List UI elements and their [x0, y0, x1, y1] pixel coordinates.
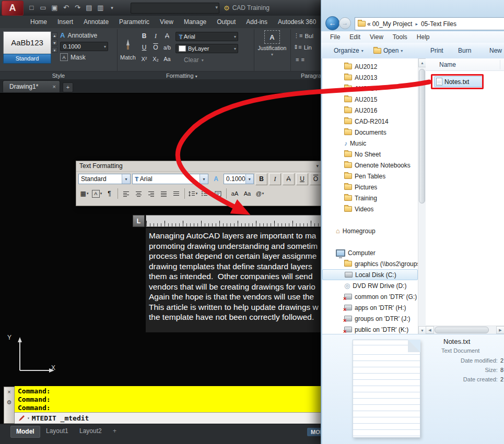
text-formatting-title[interactable]: Text Formatting ▾ [76, 161, 322, 172]
back-button[interactable]: ← [325, 16, 339, 30]
tree-item-computer[interactable]: Computer [322, 247, 418, 258]
paragraph-button[interactable]: ¶ [103, 188, 115, 199]
tree-item-documents[interactable]: Documents [322, 127, 418, 138]
superscript-button[interactable]: X² [139, 54, 149, 64]
tab-layout1[interactable]: Layout1 [41, 426, 74, 437]
font-combo[interactable]: T Arial ▾ [175, 32, 238, 41]
tree-item-au2015[interactable]: AU2015 [322, 94, 418, 105]
columns-button[interactable]: ▦▾ [78, 188, 90, 199]
stack-button[interactable]: a/b [162, 42, 172, 53]
column-header-name[interactable]: Name [426, 58, 504, 71]
paragraph-panel-label[interactable]: Paragra [301, 71, 321, 80]
menu-tools[interactable]: Tools [388, 33, 412, 41]
print-button[interactable]: Print [430, 43, 443, 58]
close-icon[interactable]: × [7, 389, 10, 395]
breadcrumb-item[interactable]: 00_My Project [372, 20, 413, 28]
ribbon-tab-parametric[interactable]: Parametric [114, 16, 155, 28]
symbol-button[interactable]: @▾ [254, 188, 266, 199]
menu-file[interactable]: File [325, 33, 345, 41]
scroll-down-icon[interactable]: ▼ [52, 40, 57, 45]
ribbon-tab-home[interactable]: Home [25, 16, 52, 28]
wrench-icon[interactable]: ⚙ [7, 399, 12, 406]
new-layout-button[interactable]: + [108, 426, 122, 437]
tree-item-common-g[interactable]: common on 'DTR' (G:) [322, 291, 418, 302]
numbering-button[interactable]: ▾ [200, 188, 212, 199]
scroll-up-button[interactable]: ▲ [418, 58, 426, 67]
tree-item-local-disk-c[interactable]: Local Disk (C:) [322, 269, 418, 280]
save-icon[interactable]: ▣ [49, 1, 60, 15]
tree-item-au2016[interactable]: AU2016 [322, 105, 418, 116]
tf-style-combo[interactable]: Standard ▾ [78, 174, 131, 184]
close-icon[interactable]: × [53, 81, 56, 93]
tf-underline-button[interactable]: U [296, 173, 308, 185]
lowercase-button[interactable]: Aa [241, 188, 253, 199]
text-style-name[interactable]: Standard [3, 54, 51, 64]
paragraph-align-buttons[interactable]: ≡ ≡ [296, 56, 304, 63]
align-left-button[interactable] [120, 188, 132, 199]
autocad-logo[interactable]: A [2, 1, 24, 16]
tree-item-homegroup[interactable]: ⌂Homegroup [322, 225, 418, 236]
change-case-button[interactable]: Aa [162, 54, 172, 64]
plot-icon[interactable]: ▤ [84, 1, 95, 15]
tree-item-cad-r2014[interactable]: CAD-R2014 [322, 116, 418, 127]
list-horizontal-scrollbar[interactable]: ◀ ▶ [426, 326, 504, 334]
align-center-button[interactable] [133, 188, 145, 199]
tree-scrollbar[interactable]: ▲ ▼ [418, 58, 426, 335]
tree-item-pen-tables[interactable]: Pen Tables [322, 171, 418, 182]
ribbon-tab-a360[interactable]: Autodesk 360 [273, 16, 321, 28]
annotative-toggle[interactable]: A Annotative [60, 31, 97, 39]
ribbon-tab-view[interactable]: View [155, 16, 179, 28]
strikethrough-button[interactable]: A [162, 31, 172, 41]
underline-button[interactable]: U [139, 42, 149, 53]
insert-field-button[interactable] [212, 188, 224, 199]
ribbon-tab-addins[interactable]: Add-ins [241, 16, 273, 28]
open-icon[interactable]: ▭ [38, 1, 49, 15]
tree-item-no-sheet[interactable]: No Sheet [322, 149, 418, 160]
tf-font-combo[interactable]: T Arial ▾ [132, 174, 208, 184]
address-bar[interactable]: « 00_My Project ▸ 05-Text Files [355, 17, 504, 30]
tree-item-videos[interactable]: Videos [322, 203, 418, 214]
tree-item-groups-j[interactable]: groups on 'DTR' (J:) [322, 313, 418, 324]
tree-item-au2014[interactable]: AU2014 [322, 83, 418, 94]
redo-icon[interactable]: ↷ [72, 1, 83, 15]
gallery-expand-icon[interactable]: ▾ [52, 47, 57, 53]
undo-icon[interactable]: ↶ [61, 1, 72, 15]
tree-item-apps-h[interactable]: apps on 'DTR' (H:) [322, 302, 418, 313]
ruler-tab-marker[interactable]: L [133, 215, 145, 227]
tree-item-dvd-drive-d[interactable]: ◎DVD RW Drive (D:) [322, 280, 418, 291]
breadcrumb-item[interactable]: 05-Text Files [421, 20, 456, 28]
burn-button[interactable]: Burn [458, 43, 471, 58]
italic-button[interactable]: I [150, 31, 161, 41]
tab-model[interactable]: Model [10, 426, 40, 438]
bold-button[interactable]: B [139, 31, 149, 41]
mtext-ruler[interactable] [146, 215, 345, 227]
open-button[interactable]: Open ▾ [373, 43, 403, 58]
breadcrumb-overflow[interactable]: « [367, 20, 371, 28]
overline-button[interactable]: O [150, 42, 161, 53]
scrollbar-thumb[interactable] [419, 69, 425, 203]
mtext-justification-button[interactable]: A▾ [91, 188, 103, 199]
drawing-tab[interactable]: Drawing1* × [3, 80, 60, 92]
scroll-up-icon[interactable]: ▲ [52, 32, 57, 38]
scroll-right-button[interactable]: ▶ [496, 326, 504, 334]
new-drawing-tab-button[interactable]: + [63, 82, 73, 92]
tf-strikethrough-button[interactable]: A [283, 173, 295, 185]
mtext-editor[interactable]: Managing AutoCAD layers are important to… [146, 228, 345, 332]
command-history[interactable]: Command: Command: Command: [15, 386, 321, 412]
menu-view[interactable]: View [365, 33, 388, 41]
workspace-dropdown[interactable]: ▾ [131, 3, 219, 14]
ribbon-tab-manage[interactable]: Manage [179, 16, 212, 28]
distribute-button[interactable] [170, 188, 182, 199]
uppercase-button[interactable]: aA [229, 188, 241, 199]
organize-button[interactable]: Organize ▾ [334, 43, 364, 58]
ribbon-tab-annotate[interactable]: Annotate [78, 16, 114, 28]
qat-more-icon[interactable]: ▾ [107, 1, 118, 15]
tree-item-music[interactable]: ♪Music [322, 138, 418, 149]
clear-formatting-button[interactable]: Clear ▾ [184, 56, 204, 64]
ribbon-tab-insert[interactable]: Insert [52, 16, 78, 28]
scrollbar-thumb[interactable] [435, 327, 489, 333]
sheet-icon[interactable]: ▥ [95, 1, 106, 15]
mask-toggle[interactable]: A Mask [60, 53, 86, 61]
tf-italic-button[interactable]: I [269, 173, 281, 185]
tree-item-training[interactable]: Training [322, 193, 418, 203]
